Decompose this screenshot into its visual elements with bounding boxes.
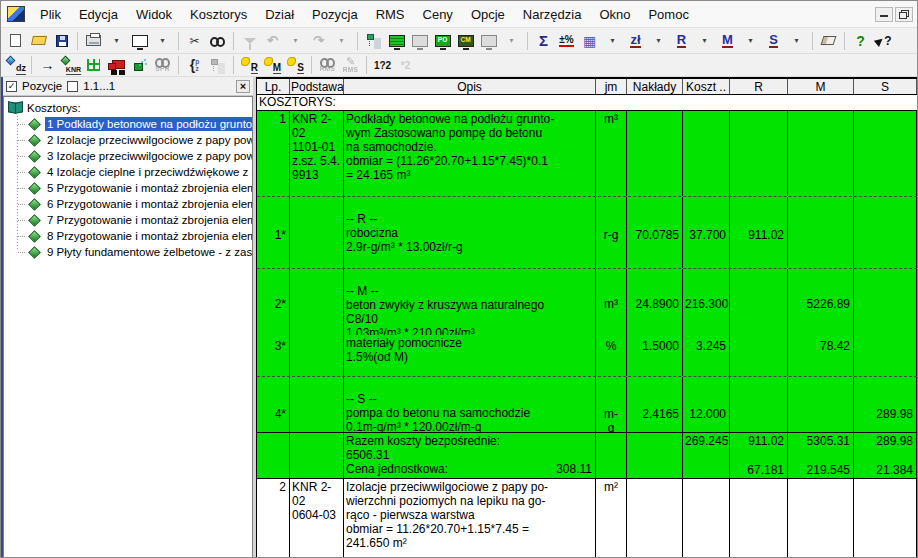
sum-button[interactable]: Σ (532, 30, 555, 52)
col-header-opis[interactable]: Opis (344, 79, 596, 94)
knr-button[interactable]: KNR (59, 55, 82, 75)
menu-opcje[interactable]: Opcje (462, 3, 514, 26)
spr-button[interactable]: SPR (151, 55, 174, 75)
menu-kosztorys[interactable]: Kosztorys (181, 3, 256, 26)
menu-pozycja[interactable]: Pozycja (303, 3, 367, 26)
print-preview-button[interactable] (128, 30, 151, 52)
position-summary-row[interactable]: Razem koszty bezpośrednie: 6506.31 Cena … (257, 433, 917, 479)
print-preview-dropdown[interactable]: ▾ (151, 30, 174, 52)
section-title-row[interactable]: KOSZTORYS: (257, 95, 917, 111)
tree-view-button[interactable] (362, 30, 385, 52)
view-po-button[interactable]: PO (431, 30, 454, 52)
view-other-button[interactable] (477, 30, 500, 52)
r-view-dropdown[interactable]: ▾ (693, 30, 716, 52)
col-header-koszt[interactable]: Koszt .. (683, 79, 730, 94)
undo-button[interactable]: ↶ (261, 30, 284, 52)
view-other-dropdown[interactable]: ▾ (500, 30, 523, 52)
redo-dropdown[interactable]: ▾ (330, 30, 353, 52)
r-highlight-button[interactable]: R (238, 55, 261, 75)
rms-row-3[interactable]: 3* materiały pomocnicze 1.5%(od M) % 1.5… (257, 335, 917, 377)
col-header-podstawa[interactable]: Podstawa (290, 79, 344, 94)
open-file-button[interactable] (27, 30, 50, 52)
tree-item-9[interactable]: 9 Płyty fundamentowe żelbetowe - z zasto… (7, 244, 252, 260)
insert-braces-button[interactable]: {pz (183, 55, 206, 75)
menu-narzedzia[interactable]: Narzędzia (514, 3, 591, 26)
org-tree-button[interactable] (206, 55, 229, 75)
tree-item-5[interactable]: 5 Przygotowanie i montaż zbrojenia eleme… (7, 180, 252, 196)
r-view-button[interactable]: R (670, 30, 693, 52)
compare-button[interactable]: 1?2 (371, 55, 394, 75)
m-view-button[interactable]: M (716, 30, 739, 52)
restore-button[interactable] (895, 7, 913, 22)
sprinkler-button[interactable] (128, 55, 151, 75)
menu-ceny[interactable]: Ceny (414, 3, 462, 26)
menu-edycja[interactable]: Edycja (70, 3, 127, 26)
tree-item-3[interactable]: 3 Izolacje przeciwwilgociowe z papy powi… (7, 148, 252, 164)
help-button[interactable]: ? (849, 30, 872, 52)
app-icon[interactable] (7, 6, 25, 22)
currency-dropdown[interactable]: ▾ (647, 30, 670, 52)
view-kosztorys-button[interactable] (385, 30, 408, 52)
view-przedmiar-button[interactable] (408, 30, 431, 52)
undo-dropdown[interactable]: ▾ (284, 30, 307, 52)
col-header-r[interactable]: R (730, 79, 788, 94)
tree-item-4[interactable]: 4 Izolacje cieplne i przeciwdźwiękowe z … (7, 164, 252, 180)
menu-plik[interactable]: Plik (31, 3, 70, 26)
minimize-button[interactable] (875, 7, 893, 22)
s-view-dropdown[interactable]: ▾ (785, 30, 808, 52)
tree-item-2[interactable]: 2 Izolacje przeciwwilgociowe z papy powi… (7, 132, 252, 148)
view-cm-button[interactable]: CM (454, 30, 477, 52)
print-dropdown[interactable]: ▾ (105, 30, 128, 52)
menu-dzial[interactable]: Dział (256, 3, 303, 26)
s-highlight-button[interactable]: S (284, 55, 307, 75)
rms-row-1[interactable]: 1* -- R -- robocizna 2.9r-g/m³ * 13.00zł… (257, 197, 917, 269)
m-view-dropdown[interactable]: ▾ (739, 30, 762, 52)
rms-edit-button[interactable]: ✎RMS (339, 55, 362, 75)
transport-button[interactable] (105, 55, 128, 75)
find-button[interactable] (206, 30, 229, 52)
filter-button[interactable] (238, 30, 261, 52)
col-header-s[interactable]: S (854, 79, 917, 94)
chevron-down-icon: ▾ (792, 36, 802, 45)
menu-rms[interactable]: RMS (367, 3, 414, 26)
col-header-naklady[interactable]: Nakłady (627, 79, 683, 94)
cut-button[interactable]: ✂ (183, 30, 206, 52)
rms-row-4[interactable]: 4* -- S -- pompa do betonu na samochodzi… (257, 377, 917, 433)
binoculars-icon (320, 58, 335, 66)
currency-button[interactable]: zł (624, 30, 647, 52)
m-highlight-button[interactable]: M (261, 55, 284, 75)
tree-item-7[interactable]: 7 Przygotowanie i montaż zbrojenia eleme… (7, 212, 252, 228)
braces-icon: {pz (190, 58, 199, 72)
col-header-lp[interactable]: Lp. (257, 79, 290, 94)
table-view-dropdown[interactable]: ▾ (601, 30, 624, 52)
eraser-button[interactable] (817, 30, 840, 52)
rms-row-2[interactable]: 2* -- M -- beton zwykły z kruszywa natur… (257, 269, 917, 335)
times2-button[interactable]: *2 (394, 55, 417, 75)
col-header-jm[interactable]: jm (596, 79, 627, 94)
print-button[interactable] (82, 30, 105, 52)
menu-pomoc[interactable]: Pomoc (639, 3, 697, 26)
redo-button[interactable]: ↷ (307, 30, 330, 52)
col-header-m[interactable]: M (788, 79, 854, 94)
position-row-2[interactable]: 2 KNR 2-02 0604-03 Izolacje przeciwwilgo… (257, 479, 917, 558)
pozycje-checkbox[interactable]: ✓ (6, 81, 17, 92)
insert-position-button[interactable]: → (36, 55, 59, 75)
menu-okno[interactable]: Okno (590, 3, 639, 26)
tree-item-1[interactable]: 1 Podkłady betonowe na podłożu gruntowy (7, 116, 252, 132)
position-row-1[interactable]: 1 KNR 2-02 1101-01 z.sz. 5.4. 9913 Podkł… (257, 111, 917, 197)
s-view-button[interactable]: S (762, 30, 785, 52)
new-file-button[interactable] (4, 30, 27, 52)
tree-root[interactable]: Kosztorys: (7, 99, 252, 116)
scaffold-button[interactable] (82, 55, 105, 75)
range-checkbox[interactable] (67, 81, 78, 92)
tree-item-8[interactable]: 8 Przygotowanie i montaż zbrojenia eleme… (7, 228, 252, 244)
table-view-button[interactable]: ▦ (578, 30, 601, 52)
close-panel-button[interactable]: × (236, 80, 250, 93)
dzial-button[interactable]: dz (4, 55, 27, 75)
menu-widok[interactable]: Widok (127, 3, 181, 26)
rms-find-button[interactable]: RMS (316, 55, 339, 75)
save-button[interactable] (50, 30, 73, 52)
percent-button[interactable]: ±% (555, 30, 578, 52)
context-help-button[interactable]: ? (872, 30, 895, 52)
tree-item-6[interactable]: 6 Przygotowanie i montaż zbrojenia eleme… (7, 196, 252, 212)
